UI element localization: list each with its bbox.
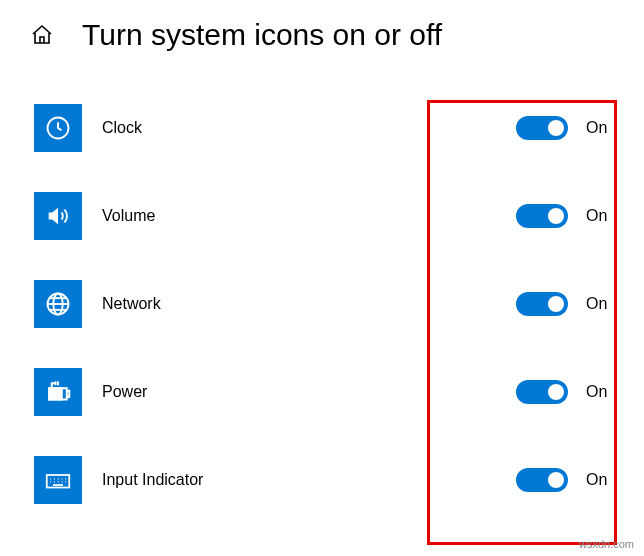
item-label: Clock	[102, 119, 142, 137]
toggle-state: On	[586, 383, 616, 401]
list-item-clock: Clock On	[34, 104, 616, 152]
toggle-volume[interactable]	[516, 204, 568, 228]
toggle-state: On	[586, 471, 616, 489]
toggle-clock[interactable]	[516, 116, 568, 140]
toggle-power[interactable]	[516, 380, 568, 404]
toggle-state: On	[586, 207, 616, 225]
toggle-state: On	[586, 295, 616, 313]
list-item-power: Power On	[34, 368, 616, 416]
item-label: Input Indicator	[102, 471, 203, 489]
home-icon[interactable]	[30, 23, 54, 47]
list-item-input-indicator: Input Indicator On	[34, 456, 616, 504]
item-label: Power	[102, 383, 147, 401]
toggle-state: On	[586, 119, 616, 137]
item-label: Network	[102, 295, 161, 313]
page-title: Turn system icons on or off	[82, 18, 442, 52]
system-icons-list: Clock On Volume On Network	[0, 74, 644, 504]
watermark: wsxdn.com	[579, 538, 634, 550]
item-label: Volume	[102, 207, 155, 225]
svg-rect-4	[49, 388, 62, 399]
toggle-input-indicator[interactable]	[516, 468, 568, 492]
globe-icon	[34, 280, 82, 328]
header: Turn system icons on or off	[0, 0, 644, 74]
keyboard-icon	[34, 456, 82, 504]
clock-icon	[34, 104, 82, 152]
list-item-network: Network On	[34, 280, 616, 328]
power-icon	[34, 368, 82, 416]
toggle-network[interactable]	[516, 292, 568, 316]
list-item-volume: Volume On	[34, 192, 616, 240]
volume-icon	[34, 192, 82, 240]
